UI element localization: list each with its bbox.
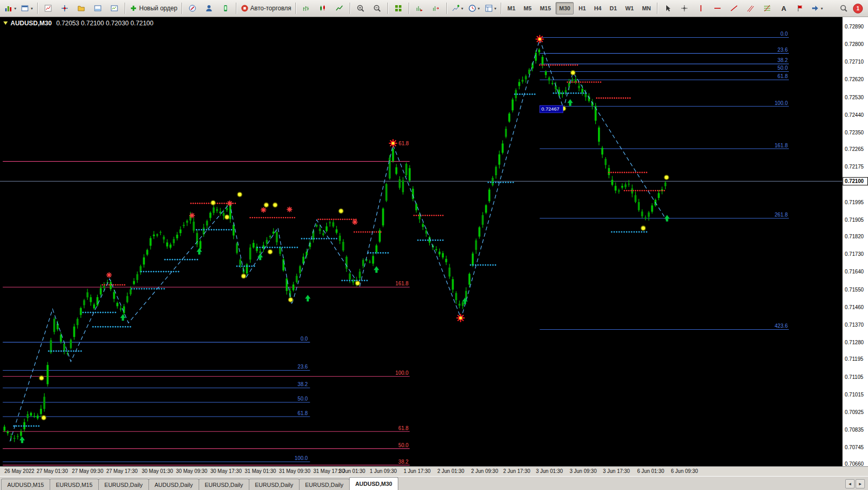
community-button[interactable] <box>201 2 217 15</box>
chevron-down-icon: ▾ <box>14 6 16 11</box>
candlestick-chart-button[interactable] <box>315 2 331 15</box>
timeframe-m5-button[interactable]: M5 <box>520 2 535 14</box>
zoom-in-button[interactable] <box>352 2 369 15</box>
price-axis-label: 0.72265 <box>845 146 864 152</box>
price-axis-label: 0.70745 <box>845 445 864 450</box>
price-axis-label: 0.71550 <box>845 287 864 293</box>
chart-background[interactable] <box>0 17 843 466</box>
chart-title: AUDUSD,M300.72053 0.72100 0.72030 0.7210… <box>10 20 154 27</box>
yellow-signal-icon <box>273 203 278 207</box>
data-window-button[interactable] <box>56 2 73 15</box>
timeframe-h1-button[interactable]: H1 <box>575 2 589 14</box>
fib-retracement-pink-label: 50.0 <box>398 442 409 448</box>
label-button[interactable] <box>792 2 809 15</box>
chevron-down-icon: ▾ <box>31 6 33 11</box>
hline-icon <box>713 4 722 12</box>
tile-windows-button[interactable] <box>390 2 407 15</box>
new-order-button[interactable]: Новый ордер <box>127 2 179 15</box>
chart-shift-button[interactable] <box>428 2 444 15</box>
sell-asterisk-icon <box>352 219 358 225</box>
fib-retracement-right-label: 100.0 <box>774 100 788 106</box>
clock-icon <box>468 4 476 12</box>
current-price-value: 0.72100 <box>845 178 864 184</box>
text-button[interactable]: A <box>775 2 792 15</box>
price-axis-label: 0.71905 <box>845 217 864 223</box>
tab-scroll-controls: ◄► <box>845 479 867 490</box>
support-button[interactable] <box>217 2 234 15</box>
yellow-signal-icon <box>242 274 246 279</box>
crosshair-button[interactable] <box>676 2 693 15</box>
auto-scroll-button[interactable] <box>411 2 428 15</box>
strategy-tester-button[interactable] <box>106 2 123 15</box>
chart-tab-audusd-m30[interactable]: AUDUSD,M30 <box>349 477 399 490</box>
time-axis-label: 2 Jun 09:30 <box>471 468 498 474</box>
price-axis-label: 0.71015 <box>845 392 864 397</box>
fib-retracement-pink-label: 61.8 <box>398 425 409 431</box>
metaeditor-button[interactable] <box>184 2 201 15</box>
timeframe-d1-button[interactable]: D1 <box>606 2 621 14</box>
time-axis[interactable]: 26 May 202227 May 01:3027 May 09:3027 Ma… <box>0 466 868 476</box>
chart-tab-eurusd-daily[interactable]: EURUSD,Daily <box>249 479 300 490</box>
search-button[interactable] <box>835 2 852 15</box>
fibonacci-button[interactable] <box>759 2 775 15</box>
price-scale[interactable] <box>843 17 868 466</box>
auto-trading-button[interactable]: Авто-торговля <box>238 2 293 15</box>
price-chart[interactable]: 161.8100.061.850.038.20.023.638.250.061.… <box>0 17 868 466</box>
price-axis-label: 0.70925 <box>845 409 864 415</box>
chart-ohlc: 0.72053 0.72100 0.72030 0.72100 <box>56 20 154 27</box>
chart-type-button[interactable]: ▾ <box>2 2 19 15</box>
chart-tab-audusd-m15[interactable]: AUDUSD,M15 <box>1 479 50 490</box>
profile-button[interactable]: ▾ <box>19 2 35 15</box>
equidistant-channel-button[interactable] <box>742 2 759 15</box>
time-axis-label: 1 Jun 17:30 <box>403 468 430 474</box>
line-chart-button[interactable] <box>331 2 348 15</box>
toolbar-separator <box>236 3 236 14</box>
vertical-line-button[interactable] <box>693 2 709 15</box>
cursor-icon <box>664 4 672 12</box>
chart-tab-eurusd-daily[interactable]: EURUSD,Daily <box>299 479 350 490</box>
bar-chart-button[interactable] <box>298 2 315 15</box>
market-watch-icon <box>44 4 52 12</box>
timeframe-mn-button[interactable]: MN <box>638 2 654 14</box>
periods-button[interactable]: ▾ <box>466 2 482 15</box>
market-watch-button[interactable] <box>40 2 56 15</box>
templates-button[interactable]: ▾ <box>482 2 499 15</box>
yellow-signal-icon <box>41 416 46 420</box>
plus-green-icon <box>129 4 138 12</box>
tabs-scroll-right-button[interactable]: ► <box>856 479 865 488</box>
timeframe-w1-button[interactable]: W1 <box>622 2 638 14</box>
chart-area[interactable]: 161.8100.061.850.038.20.023.638.250.061.… <box>0 17 868 466</box>
time-axis-label: 26 May 2022 <box>5 468 35 474</box>
cursor-button[interactable] <box>660 2 676 15</box>
chart-tab-audusd-daily[interactable]: AUDUSD,Daily <box>148 479 199 490</box>
timeframe-m15-button[interactable]: M15 <box>536 2 555 14</box>
person-icon <box>205 4 213 12</box>
zoom-out-button[interactable] <box>369 2 385 15</box>
horizontal-line-button[interactable] <box>709 2 726 15</box>
time-axis-label: 1 Jun 01:30 <box>338 468 365 474</box>
indicators-button[interactable]: ▾ <box>449 2 466 15</box>
chart-symbol-period: AUDUSD,M30 <box>10 20 52 27</box>
toolbar-separator <box>125 3 125 14</box>
price-axis-label: 0.72890 <box>845 24 864 29</box>
chart-tab-eurusd-daily[interactable]: EURUSD,Daily <box>98 479 149 490</box>
tile-icon <box>394 4 402 12</box>
toolbar-separator <box>501 3 501 14</box>
panel-icon <box>94 4 102 12</box>
timeframe-m1-button[interactable]: M1 <box>504 2 519 14</box>
indicators-icon <box>452 4 460 12</box>
price-axis-label: 0.72530 <box>845 95 864 100</box>
chart-tab-eurusd-daily[interactable]: EURUSD,Daily <box>199 479 249 490</box>
timeframe-h4-button[interactable]: H4 <box>591 2 605 14</box>
toolbar-separator <box>350 3 350 14</box>
navigator-button[interactable] <box>73 2 89 15</box>
terminal-button[interactable] <box>89 2 106 15</box>
trendline-button[interactable] <box>726 2 742 15</box>
fib-retracement-pink-label: 100.0 <box>395 370 409 376</box>
tabs-scroll-left-button[interactable]: ◄ <box>845 479 855 488</box>
shapes-button[interactable]: ▾ <box>809 2 825 15</box>
chart-tab-eurusd-m15[interactable]: EURUSD,M15 <box>50 479 99 490</box>
timeframe-m30-button[interactable]: M30 <box>556 2 574 14</box>
yellow-signal-icon <box>264 203 268 207</box>
notification-badge[interactable]: 1 <box>853 4 863 13</box>
